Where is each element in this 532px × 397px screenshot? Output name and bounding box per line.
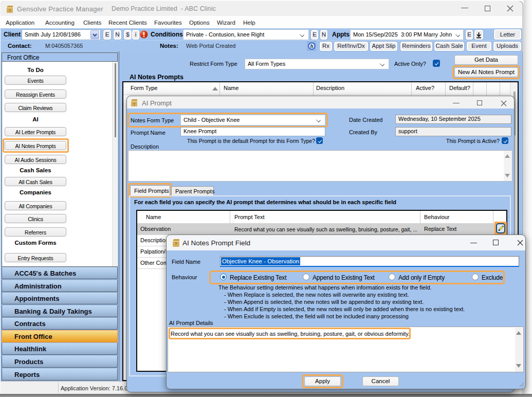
svg-text:?: ?: [9, 8, 11, 13]
svg-text:h: h: [310, 43, 313, 49]
svg-text:?: ?: [175, 241, 177, 246]
svg-text:?: ?: [133, 102, 136, 106]
